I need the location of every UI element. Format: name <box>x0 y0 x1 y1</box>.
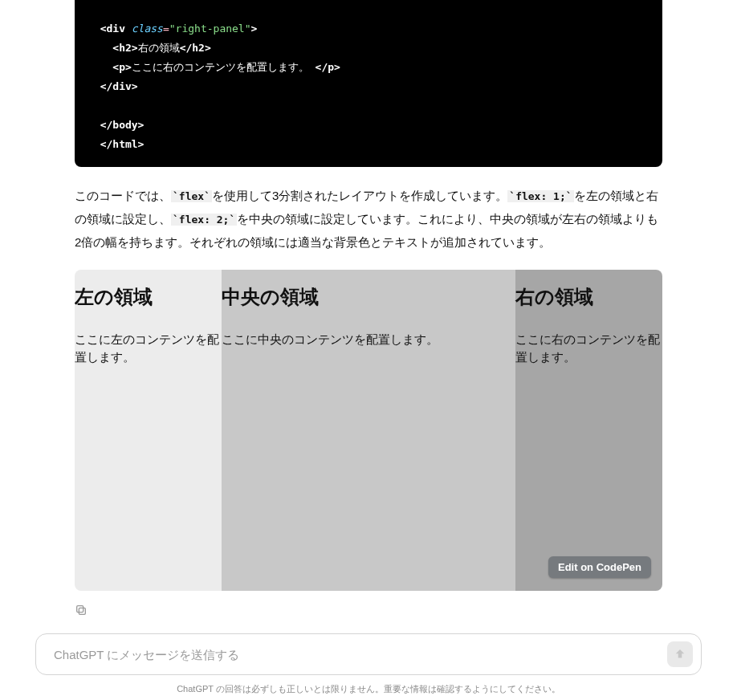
svg-rect-1 <box>77 606 83 612</box>
composer-area: ChatGPT の回答は必ずしも正しいとは限りません。重要な情報は確認するように… <box>0 633 737 700</box>
pane-heading: 左の領域 <box>75 284 222 310</box>
copy-icon[interactable] <box>75 604 88 617</box>
inline-code: `flex: 2;` <box>171 214 237 226</box>
text: このコードでは、 <box>75 189 171 202</box>
send-button[interactable] <box>667 641 693 667</box>
svg-rect-0 <box>79 608 85 614</box>
explanation-paragraph: このコードでは、`flex`を使用して3分割されたレイアウトを作成しています。`… <box>75 185 662 254</box>
layout-preview: 左の領域 ここに左のコンテンツを配置します。 中央の領域 ここに中央のコンテンツ… <box>75 270 662 591</box>
arrow-up-icon <box>673 647 687 661</box>
composer[interactable] <box>35 633 702 675</box>
disclaimer-text: ChatGPT の回答は必ずしも正しいとは限りません。重要な情報は確認するように… <box>35 683 702 695</box>
pane-heading: 右の領域 <box>515 284 662 310</box>
preview-right-pane: 右の領域 ここに右のコンテンツを配置します。 <box>515 270 662 591</box>
code-text: ここに右のコンテンツを配置します。 <box>132 61 309 73</box>
code-text: 右の領域 <box>138 42 180 54</box>
pane-body: ここに中央のコンテンツを配置します。 <box>222 331 515 348</box>
code-block[interactable]: <div class="right-panel"> <h2>右の領域</h2> … <box>75 0 662 167</box>
text: を使用して3分割されたレイアウトを作成しています。 <box>212 189 507 202</box>
preview-left-pane: 左の領域 ここに左のコンテンツを配置します。 <box>75 270 222 591</box>
pane-body: ここに右のコンテンツを配置します。 <box>515 331 662 366</box>
inline-code: `flex: 1;` <box>507 190 573 202</box>
code-string: "right-panel" <box>169 22 251 35</box>
message-input[interactable] <box>54 648 659 661</box>
preview-center-pane: 中央の領域 ここに中央のコンテンツを配置します。 <box>222 270 515 591</box>
pane-body: ここに左のコンテンツを配置します。 <box>75 331 222 366</box>
inline-code: `flex` <box>171 190 212 202</box>
assistant-message: <div class="right-panel"> <h2>右の領域</h2> … <box>75 0 662 617</box>
edit-on-codepen-button[interactable]: Edit on CodePen <box>548 556 651 578</box>
pane-heading: 中央の領域 <box>222 284 515 310</box>
